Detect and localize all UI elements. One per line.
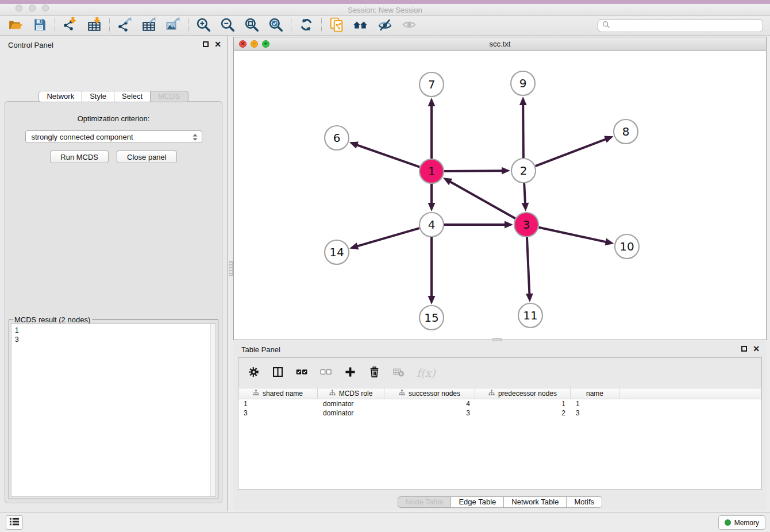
toolbar-separator — [188, 18, 188, 33]
memory-button-label: Memory — [734, 519, 759, 527]
edge-1-2[interactable] — [444, 171, 503, 171]
network-window-titlebar[interactable]: ✕ − + scc.txt — [234, 37, 766, 51]
deselect-all-button[interactable] — [320, 366, 332, 380]
tab-mcds[interactable]: MCDS — [151, 91, 188, 102]
table-panel: Table Panel ✕ f(x) shared nameMCDS roles… — [233, 341, 767, 510]
table-cell: 1 — [571, 399, 619, 408]
zoom-out-button[interactable] — [215, 17, 240, 34]
edge-arrow-2-8 — [604, 136, 613, 143]
export-table-button[interactable] — [137, 17, 161, 34]
function-builder-icon: f(x) — [417, 367, 436, 379]
table-cell: 4 — [384, 399, 475, 408]
column-header-shared-name[interactable]: shared name — [238, 388, 318, 399]
mcds-result-title: MCDS result (2 nodes) — [13, 315, 92, 324]
table-tab-node-table[interactable]: Node Table — [398, 496, 452, 508]
table-cell: 1 — [475, 399, 571, 408]
import-table-button[interactable] — [82, 17, 106, 34]
edge-arrow-3-11 — [526, 294, 533, 302]
list-icon — [9, 516, 20, 529]
add-row-button[interactable] — [344, 366, 356, 380]
table-tab-motifs[interactable]: Motifs — [567, 496, 602, 508]
network-canvas[interactable]: 7968124314101511 — [234, 51, 766, 340]
task-history-button[interactable] — [6, 515, 23, 530]
import-network-icon — [63, 17, 78, 34]
column-header-predecessor-nodes[interactable]: predecessor nodes — [475, 388, 571, 399]
edge-2-8[interactable] — [536, 139, 607, 167]
save-session-button[interactable] — [28, 17, 52, 34]
table-row[interactable]: 1dominator411 — [238, 399, 761, 408]
import-network-button[interactable] — [58, 17, 82, 34]
graph-node-label-9: 9 — [519, 76, 527, 90]
table-panel-close-icon[interactable]: ✕ — [753, 345, 760, 352]
show-columns-button[interactable] — [272, 366, 284, 380]
titlebar-accent-strip — [0, 0, 770, 4]
network-minimize-icon[interactable]: − — [251, 40, 258, 48]
table-cell: 3 — [238, 408, 318, 418]
table-panel-title: Table Panel — [241, 345, 280, 354]
edge-2-9[interactable] — [523, 103, 523, 158]
run-mcds-button[interactable]: Run MCDS — [50, 151, 109, 163]
optimization-criterion-label: Optimization criterion: — [5, 114, 222, 123]
table-cell: 3 — [384, 408, 475, 418]
table-settings-button[interactable] — [248, 366, 260, 380]
control-panel-float-icon[interactable] — [203, 41, 209, 47]
open-session-button[interactable] — [3, 17, 28, 34]
optimization-criterion-select[interactable]: strongly connected component — [25, 130, 202, 143]
mcds-result-textarea[interactable]: 1 3 — [11, 323, 216, 497]
table-cell: dominator — [318, 399, 384, 408]
control-panel-tabs: NetworkStyleSelectMCDS — [0, 91, 227, 102]
add-row-icon — [344, 366, 356, 380]
main-titlebar: Session: New Session — [0, 0, 770, 16]
edge-4-14[interactable] — [356, 228, 419, 246]
network-maximize-icon[interactable]: + — [262, 40, 270, 48]
column-header-name[interactable]: name — [571, 388, 619, 399]
node-table-container: f(x) shared nameMCDS rolesuccessor nodes… — [238, 357, 762, 489]
network-close-icon[interactable]: ✕ — [239, 40, 247, 48]
column-header-mcds-role[interactable]: MCDS role — [318, 388, 384, 399]
table-row[interactable]: 3dominator323 — [238, 408, 761, 418]
network-window-title: scc.txt — [234, 37, 766, 51]
export-image-button[interactable] — [161, 17, 185, 34]
hide-selected-icon — [378, 17, 392, 34]
tab-network[interactable]: Network — [38, 91, 82, 102]
table-cell: 1 — [238, 399, 318, 408]
edge-3-1[interactable] — [449, 181, 515, 218]
zoom-selected-button[interactable] — [264, 17, 288, 34]
table-panel-float-icon[interactable] — [741, 346, 747, 352]
zoom-in-icon — [196, 17, 211, 34]
toolbar-separator — [291, 18, 291, 33]
edge-2-3[interactable] — [524, 183, 525, 205]
export-network-button[interactable] — [113, 17, 137, 34]
edge-3-11[interactable] — [527, 237, 530, 295]
edge-arrow-1-7 — [428, 98, 436, 106]
select-all-button[interactable] — [296, 366, 308, 380]
deselect-all-icon — [320, 366, 332, 380]
memory-status-icon — [725, 519, 731, 526]
hide-selected-button[interactable] — [373, 17, 397, 34]
refresh-layout-button[interactable] — [294, 17, 318, 34]
column-header-successor-nodes[interactable]: successor nodes — [384, 388, 475, 399]
edge-1-6[interactable] — [356, 145, 419, 167]
search-box[interactable] — [598, 19, 763, 32]
close-panel-button[interactable]: Close panel — [117, 151, 177, 163]
table-cell: 2 — [475, 408, 571, 418]
table-tab-edge-table[interactable]: Edge Table — [451, 496, 504, 508]
vertical-splitter-grip[interactable] — [229, 261, 233, 276]
tab-style[interactable]: Style — [82, 91, 114, 102]
graph-node-label-8: 8 — [622, 125, 630, 138]
table-header-row: shared nameMCDS rolesuccessor nodesprede… — [238, 388, 761, 399]
edge-arrow-1-6 — [349, 142, 359, 149]
table-tab-network-table[interactable]: Network Table — [504, 496, 567, 508]
zoom-fit-button[interactable] — [240, 17, 264, 34]
select-all-icon — [296, 366, 308, 380]
copy-network-style-button[interactable] — [325, 17, 349, 34]
delete-row-button[interactable] — [368, 366, 380, 380]
edge-3-10[interactable] — [539, 228, 607, 242]
mcds-result-scrollbar[interactable] — [210, 324, 215, 496]
zoom-in-button[interactable] — [191, 17, 215, 34]
tab-select[interactable]: Select — [114, 91, 151, 102]
search-input[interactable] — [613, 20, 763, 31]
control-panel-close-icon[interactable]: ✕ — [214, 41, 221, 48]
first-neighbors-button[interactable] — [349, 17, 373, 34]
memory-button[interactable]: Memory — [718, 515, 765, 530]
